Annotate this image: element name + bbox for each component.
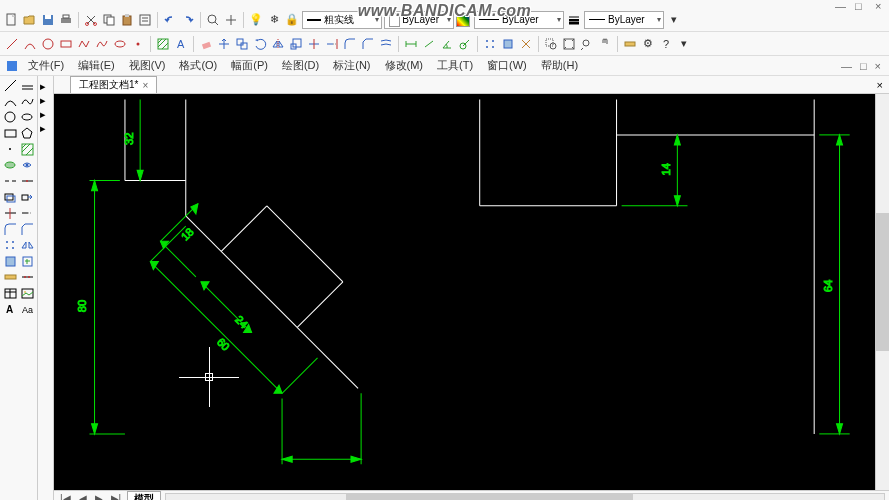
hatch-tool[interactable]	[155, 36, 171, 52]
layer-lock-icon[interactable]: 🔒	[284, 12, 300, 28]
panel-toggle-4[interactable]: ▸	[40, 122, 52, 134]
text-tool[interactable]: A	[173, 36, 189, 52]
ellipse-icon[interactable]	[19, 110, 35, 125]
circle-icon[interactable]	[2, 110, 18, 125]
menu-dimension[interactable]: 标注(N)	[327, 56, 376, 75]
array-icon[interactable]	[2, 238, 18, 253]
undo-button[interactable]	[162, 12, 178, 28]
array-tool[interactable]	[482, 36, 498, 52]
doc-minimize-button[interactable]: —	[841, 60, 852, 72]
menu-edit[interactable]: 编辑(E)	[72, 56, 121, 75]
zoom-prev-tool[interactable]	[579, 36, 595, 52]
measure-tool[interactable]	[622, 36, 638, 52]
fillet-icon[interactable]	[2, 222, 18, 237]
tab-nav-first[interactable]: |◀	[58, 493, 73, 500]
maximize-button[interactable]: □	[855, 0, 865, 8]
line-icon[interactable]	[2, 78, 18, 93]
menu-canvas[interactable]: 幅面(P)	[225, 56, 274, 75]
layer-freeze-icon[interactable]: ❄	[266, 12, 282, 28]
tab-nav-next[interactable]: ▶	[93, 493, 105, 500]
dim-aligned-tool[interactable]	[421, 36, 437, 52]
tabs-close-all-button[interactable]: ×	[871, 79, 889, 91]
property-panel-collapsed[interactable]: ▸ ▸ ▸ ▸	[38, 76, 54, 500]
drawing-viewport[interactable]: 80 32 18 24	[54, 94, 875, 490]
menu-window[interactable]: 窗口(W)	[481, 56, 533, 75]
paste-button[interactable]	[119, 12, 135, 28]
spline-tool[interactable]	[94, 36, 110, 52]
arc-tool[interactable]	[22, 36, 38, 52]
measure-icon[interactable]	[2, 270, 18, 285]
mirror-icon[interactable]	[19, 238, 35, 253]
rect-tool[interactable]	[58, 36, 74, 52]
app-icon[interactable]	[4, 58, 20, 74]
point-icon[interactable]	[2, 142, 18, 157]
explode-tool[interactable]	[518, 36, 534, 52]
properties-button[interactable]	[137, 12, 153, 28]
chamfer-tool[interactable]	[360, 36, 376, 52]
menu-draw[interactable]: 绘图(D)	[276, 56, 325, 75]
dim-radius-tool[interactable]	[457, 36, 473, 52]
offset-tool[interactable]	[378, 36, 394, 52]
panel-toggle-2[interactable]: ▸	[40, 94, 52, 106]
lineweight-icon[interactable]	[566, 12, 582, 28]
pan-realtime-tool[interactable]	[597, 36, 613, 52]
menu-file[interactable]: 文件(F)	[22, 56, 70, 75]
panel-toggle-3[interactable]: ▸	[40, 108, 52, 120]
help-tool[interactable]: ?	[658, 36, 674, 52]
trim-tool[interactable]	[306, 36, 322, 52]
menu-modify[interactable]: 修改(M)	[379, 56, 430, 75]
ellipse-tool[interactable]	[112, 36, 128, 52]
dim-angular-tool[interactable]	[439, 36, 455, 52]
tab-close-button[interactable]: ×	[142, 80, 148, 91]
model-tab[interactable]: 模型	[127, 491, 161, 501]
copy-button[interactable]	[101, 12, 117, 28]
polyline-tool[interactable]	[76, 36, 92, 52]
spline-icon[interactable]	[19, 94, 35, 109]
bulb-icon[interactable]: 💡	[248, 12, 264, 28]
text-icon[interactable]: A	[2, 302, 18, 317]
circle-tool[interactable]	[40, 36, 56, 52]
menu-help[interactable]: 帮助(H)	[535, 56, 584, 75]
document-tab[interactable]: 工程图文档1* ×	[70, 76, 157, 93]
lineweight-dropdown[interactable]: ByLayer	[584, 11, 664, 29]
dim-linear-tool[interactable]	[403, 36, 419, 52]
ray-icon[interactable]	[19, 78, 35, 93]
arc-icon[interactable]	[2, 94, 18, 109]
scale-tool[interactable]	[288, 36, 304, 52]
zoom-window-tool[interactable]	[543, 36, 559, 52]
zoom-extents-tool[interactable]	[561, 36, 577, 52]
tab-nav-last[interactable]: ▶|	[109, 493, 124, 500]
zoom-button[interactable]	[205, 12, 221, 28]
extend-tool[interactable]	[324, 36, 340, 52]
insert-icon[interactable]	[19, 254, 35, 269]
trim-icon[interactable]	[2, 206, 18, 221]
join-icon[interactable]	[19, 174, 35, 189]
offset-icon[interactable]	[2, 190, 18, 205]
extend-icon[interactable]	[19, 206, 35, 221]
hatch-icon[interactable]	[19, 142, 35, 157]
point-tool[interactable]	[130, 36, 146, 52]
erase-tool[interactable]	[198, 36, 214, 52]
settings-tool[interactable]: ⚙	[640, 36, 656, 52]
new-button[interactable]	[4, 12, 20, 28]
more-tools[interactable]: ▾	[676, 36, 692, 52]
doc-close-button[interactable]: ×	[875, 60, 881, 72]
mirror-tool[interactable]	[270, 36, 286, 52]
wipeout-icon[interactable]	[19, 158, 35, 173]
tab-nav-prev[interactable]: ◀	[77, 493, 89, 500]
toolbar-extra-button[interactable]: ▾	[666, 12, 682, 28]
copy-tool[interactable]	[234, 36, 250, 52]
line-tool[interactable]	[4, 36, 20, 52]
polygon-icon[interactable]	[19, 126, 35, 141]
menu-format[interactable]: 格式(O)	[173, 56, 223, 75]
divide-icon[interactable]	[19, 270, 35, 285]
rotate-tool[interactable]	[252, 36, 268, 52]
menu-tools[interactable]: 工具(T)	[431, 56, 479, 75]
save-button[interactable]	[40, 12, 56, 28]
rect-icon[interactable]	[2, 126, 18, 141]
chamfer-icon[interactable]	[19, 222, 35, 237]
cut-button[interactable]	[83, 12, 99, 28]
move-tool[interactable]	[216, 36, 232, 52]
stretch-icon[interactable]	[19, 190, 35, 205]
doc-maximize-button[interactable]: □	[860, 60, 867, 72]
